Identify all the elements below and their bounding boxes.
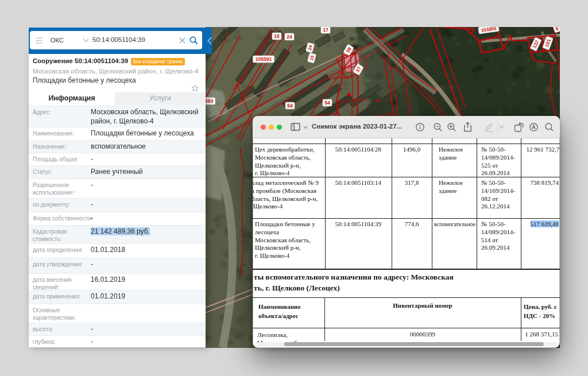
svg-text:24: 24 xyxy=(287,34,292,40)
svg-text:593: 593 xyxy=(206,98,213,104)
svg-text:15: 15 xyxy=(274,33,280,39)
svg-text:105591: 105591 xyxy=(256,56,272,62)
svg-text:54: 54 xyxy=(287,103,293,108)
svg-text:17: 17 xyxy=(323,27,328,33)
svg-text:54: 54 xyxy=(324,100,330,106)
